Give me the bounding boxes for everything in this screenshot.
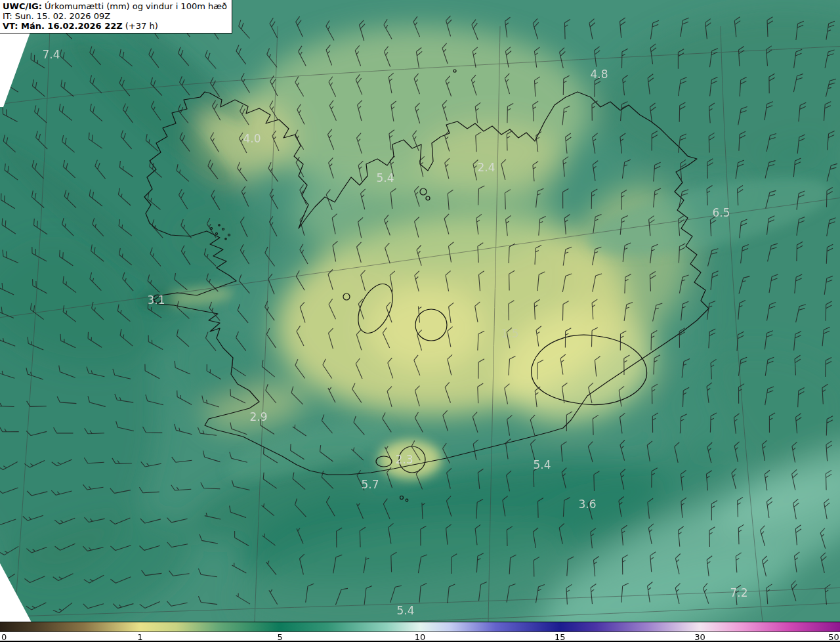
valid-time: VT: Mán. 16.02.2026 22Z (+37 h) (3, 21, 227, 31)
value-label: 7.4 (42, 48, 60, 61)
value-label: 5.4 (396, 604, 414, 617)
init-time: IT: Sun. 15. 02. 2026 09Z (3, 11, 227, 21)
value-label: 4.0 (243, 132, 261, 145)
value-label: 2.4 (477, 161, 495, 174)
product-code: UWC/IG: (3, 1, 42, 11)
weather-map-product: 7.44.05.42.44.86.53.11.52.92.35.75.43.65… (0, 0, 840, 642)
value-label: 2.3 (395, 453, 413, 466)
value-label: 3.6 (578, 498, 596, 511)
value-label: 4.8 (590, 68, 608, 81)
weather-map: 7.44.05.42.44.86.53.11.52.92.35.75.43.65… (0, 0, 840, 622)
colorbar: 01510153050 (0, 622, 840, 642)
title-box: UWC/IG: Úrkomumætti (mm) og vindur i 100… (0, 0, 232, 33)
value-label: 1.5 (501, 327, 518, 340)
value-label: 5.4 (533, 458, 551, 471)
value-label: 2.9 (249, 410, 267, 423)
value-label: 3.1 (147, 293, 165, 307)
value-label: 7.2 (730, 586, 747, 599)
colorbar-gradient (0, 622, 840, 632)
product-title: UWC/IG: Úrkomumætti (mm) og vindur i 100… (3, 1, 227, 11)
value-label: 6.5 (712, 206, 730, 219)
value-label: 5.7 (361, 478, 379, 491)
value-label: 5.4 (376, 171, 394, 184)
